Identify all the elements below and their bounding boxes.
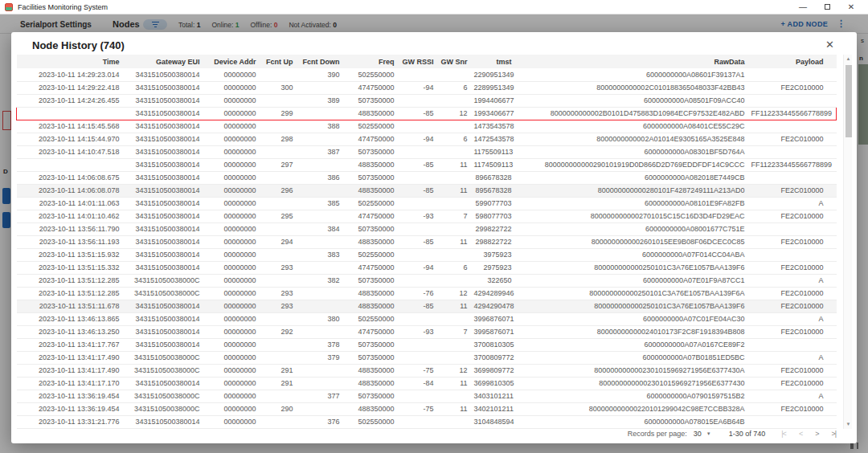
- cell: 3700809772: [471, 351, 515, 364]
- cell: 383: [297, 248, 343, 261]
- cell: 3699810305: [471, 377, 515, 390]
- cell: A: [748, 197, 837, 210]
- window-title: Facilities Monitoring System: [18, 3, 108, 11]
- table-row[interactable]: 2023-10-11 13:51:12.285343151050038000C0…: [17, 274, 837, 287]
- cell: [297, 402, 343, 415]
- cell: 3975923: [471, 248, 515, 261]
- cell: 385: [297, 197, 343, 210]
- cell: 507350000: [343, 351, 398, 364]
- vertical-scrollbar[interactable]: ▲ ▼: [843, 55, 852, 429]
- cell: 502550000: [343, 415, 398, 428]
- table-row[interactable]: 2023-10-11 13:41:17.490343151050038000C0…: [17, 351, 837, 364]
- cell: 3431510500380014: [123, 261, 203, 274]
- table-row[interactable]: 2023-10-11 14:15:44.97034315105003800140…: [17, 133, 837, 145]
- table-row[interactable]: 2023-10-11 14:06:08.67534315105003800140…: [17, 171, 837, 184]
- table-row[interactable]: 2023-10-11 13:36:19.454343151050038000C0…: [17, 390, 837, 402]
- table-row[interactable]: 2023-10-11 13:31:21.77634315105003800140…: [17, 415, 837, 428]
- column-header-gw-rssi: GW RSSI: [398, 55, 437, 68]
- table-row[interactable]: 2023-10-11 14:10:47.51834315105003800140…: [17, 145, 837, 158]
- table-row[interactable]: 2023-10-11 13:41:17.17034315105003800140…: [17, 377, 837, 390]
- table-row[interactable]: 2023-10-11 14:29:23.01434315105003800140…: [17, 68, 837, 81]
- cell: 11: [437, 184, 471, 197]
- cell: [398, 312, 437, 325]
- cell: 00000000: [203, 145, 260, 158]
- cell: 800000000000250101C3A76E1057BAA139F6A: [515, 287, 748, 300]
- cell: -85: [398, 235, 437, 248]
- table-row[interactable]: 2023-10-11 14:06:08.07834315105003800140…: [17, 184, 837, 197]
- scrollbar-thumb[interactable]: [845, 65, 852, 137]
- cell: [297, 364, 343, 377]
- cell: [398, 248, 437, 261]
- scrollbar-down-icon[interactable]: ▼: [844, 420, 853, 429]
- cell: 6: [437, 81, 471, 94]
- table-row[interactable]: 2023-10-11 13:56:11.79034315105003800140…: [17, 222, 837, 235]
- cell: 8000000000002C010188365048033F42BB43: [515, 81, 748, 94]
- cell: 00000000: [203, 364, 260, 377]
- cell: 6000000000A07F014CC04ABA: [515, 248, 748, 261]
- table-row[interactable]: 343151050038001400000000299488350000-851…: [17, 107, 837, 120]
- table-row[interactable]: 2023-10-11 13:46:13.25034315105003800140…: [17, 325, 837, 338]
- maximize-button[interactable]: [815, 0, 839, 14]
- cell: [748, 68, 837, 81]
- cell: 3431510500380014: [123, 235, 203, 248]
- cell: 488350000: [343, 287, 398, 300]
- cell: [297, 133, 343, 145]
- previous-page-button[interactable]: <: [799, 430, 802, 438]
- table-row[interactable]: 2023-10-11 13:36:19.454343151050038000C0…: [17, 402, 837, 415]
- cell: 4294289946: [471, 287, 515, 300]
- cell: [260, 312, 297, 325]
- close-window-button[interactable]: ✕: [839, 0, 863, 14]
- cell: 00000000: [203, 390, 260, 402]
- next-page-button[interactable]: >: [815, 430, 818, 438]
- close-dialog-button[interactable]: ✕: [822, 37, 837, 52]
- cell: -93: [398, 210, 437, 222]
- table-row[interactable]: 2023-10-11 13:51:11.67834315105003800140…: [17, 300, 837, 312]
- cell: -94: [398, 81, 437, 94]
- cell: 8000000000002601015EE9B08F06DCEC0C85: [515, 235, 748, 248]
- cell: 299822722: [471, 222, 515, 235]
- cell: 3431510500380014: [123, 184, 203, 197]
- cell: [437, 197, 471, 210]
- records-per-page-select[interactable]: 30 ▼: [694, 430, 711, 438]
- cell: 295: [260, 210, 297, 222]
- cell: [437, 351, 471, 364]
- table-row[interactable]: 2023-10-11 14:01:10.46234315105003800140…: [17, 210, 837, 222]
- cell: 379: [297, 351, 343, 364]
- cell: FE2C010000: [748, 81, 837, 94]
- table-row[interactable]: 2023-10-11 13:46:13.86534315105003800140…: [17, 312, 837, 325]
- cell: 507350000: [343, 390, 398, 402]
- table-row[interactable]: 2023-10-11 13:41:17.490343151050038000C0…: [17, 364, 837, 377]
- cell: 3431510500380014: [123, 107, 203, 120]
- cell: 00000000: [203, 338, 260, 351]
- cell: 507350000: [343, 338, 398, 351]
- table-row[interactable]: 343151050038001400000000297488350000-851…: [17, 158, 837, 171]
- cell: 4294290478: [471, 300, 515, 312]
- cell: 502550000: [343, 312, 398, 325]
- table-row[interactable]: 2023-10-11 14:01:11.06334315105003800140…: [17, 197, 837, 210]
- table-row[interactable]: 2023-10-11 14:15:45.56834315105003800140…: [17, 120, 837, 133]
- cell: 488350000: [343, 107, 398, 120]
- last-page-button[interactable]: >|: [831, 430, 836, 438]
- scrollbar-up-icon[interactable]: ▲: [844, 55, 853, 63]
- cell: [260, 94, 297, 107]
- first-page-button[interactable]: |<: [781, 430, 786, 438]
- minimize-button[interactable]: —: [791, 0, 815, 14]
- table-row[interactable]: 2023-10-11 13:51:15.33234315105003800140…: [17, 261, 837, 274]
- cell: 1174509113: [471, 158, 515, 171]
- window-titlebar: Facilities Monitoring System — ✕: [0, 0, 868, 14]
- cell: 3996876071: [471, 312, 515, 325]
- table-row[interactable]: 2023-10-11 13:41:17.76734315105003800140…: [17, 338, 837, 351]
- cell: 1473543578: [471, 120, 515, 133]
- table-row[interactable]: 2023-10-11 14:29:22.41834315105003800140…: [17, 81, 837, 94]
- table-row[interactable]: 2023-10-11 14:24:26.45534315105003800140…: [17, 94, 837, 107]
- cell: 00000000: [203, 68, 260, 81]
- node-history-dialog: Node History (740) ✕ TimeGateway EUIDevi…: [11, 32, 857, 443]
- cell: [748, 222, 837, 235]
- cell: 00000000: [203, 81, 260, 94]
- cell: 3431510500380014: [123, 68, 203, 81]
- table-row[interactable]: 2023-10-11 13:56:11.19334315105003800140…: [17, 235, 837, 248]
- cell: 507350000: [343, 145, 398, 158]
- table-row[interactable]: 2023-10-11 13:51:15.93234315105003800140…: [17, 248, 837, 261]
- column-header-gw-snr: GW Snr: [437, 55, 471, 68]
- table-row[interactable]: 2023-10-11 13:51:12.285343151050038000C0…: [17, 287, 837, 300]
